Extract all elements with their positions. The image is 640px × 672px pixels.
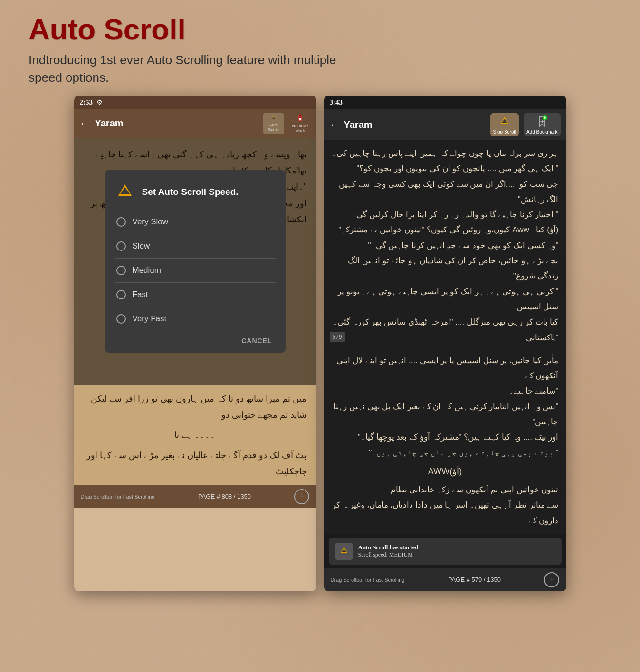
urdu-r-line-7: بچے بڑے ہو جائیں، خاص کر ان کی شادیاں ہو…	[332, 253, 559, 284]
gear-icon: ⚙	[96, 98, 103, 106]
remove-mark-label: Remove Mark	[291, 124, 310, 133]
right-phone-screen: 3:43 ← Yaram Stop Scroll	[324, 96, 566, 591]
toast-icon	[335, 543, 353, 560]
add-bookmark-icon	[535, 115, 549, 128]
urdu-bottom-line-1: میں تم میرا ساتھ دو تا کہ میں ہاروں بھی …	[84, 391, 307, 423]
urdu-m-line-3: "بس وہ انہیں انتابیار کرتی ہیں کہ ان کے …	[332, 399, 559, 430]
urdu-r-line-8: " کرنی ہی ہوتی ہے۔ ہر ایک کو پر ایسی چاہ…	[332, 284, 559, 315]
radio-label-very-slow: Very Slow	[133, 217, 169, 227]
auto-scroll-icon	[267, 115, 280, 122]
radio-slow[interactable]: Slow	[115, 236, 276, 256]
svg-point-4	[299, 116, 301, 117]
stop-scroll-button[interactable]: Stop Scroll	[490, 113, 519, 136]
nav-title-left: Yaram	[95, 118, 258, 129]
toast-title: Auto Scroll has started	[358, 544, 555, 551]
radio-circle-medium	[116, 266, 126, 275]
urdu-content-right-mid: ماٰیں کیا جانیں، پر سنل اسپیس یا پر ایسی…	[332, 353, 559, 461]
radio-very-slow[interactable]: Very Slow	[115, 212, 276, 232]
drag-scroll-label-right: Drag Scrollbar for Fast Scrolling	[331, 576, 405, 583]
time-right: 3:43	[330, 98, 343, 106]
back-button-right[interactable]: ←	[330, 119, 339, 130]
urdu-r-line-5: (آؤ) کیا۔ Aww کیوں،وہ روئیں گی کیوں؟ "تی…	[332, 222, 559, 238]
status-bar-left: 2:53 ⚙	[74, 96, 316, 109]
aww-text: AWW(آؤ)	[332, 466, 559, 477]
urdu-m-line-4: اور بیٹے .... وہ کیا کہتے ہیں؟ "مشترکہ آ…	[332, 430, 559, 445]
content-below-dialog: میں تم میرا ساتھ دو تا کہ میں ہاروں بھی …	[74, 385, 316, 485]
header-section: Auto Scroll Indtroducing 1st ever Auto S…	[0, 0, 640, 96]
bottom-bar-right: Drag Scrollbar for Fast Scrolling PAGE #…	[324, 568, 566, 591]
nav-bar-right: ← Yaram Stop Scroll Add Bookmark	[324, 109, 566, 140]
book-content-left: تھا۔ ویسے وہ کچھ زیادہ ہی کہہ گئی تھی۔ ا…	[74, 138, 316, 385]
auto-scroll-button[interactable]: Auto Scroll	[263, 113, 284, 134]
plus-button-right[interactable]: +	[544, 572, 559, 587]
svg-rect-6	[299, 119, 301, 120]
time-left: 2:53	[80, 98, 93, 106]
urdu-r-line-6: "وہ کسی ایک کو بھی خود سے جد انہیں کرنا …	[332, 238, 559, 253]
screens-container: 2:53 ⚙ ← Yaram Auto Scroll	[0, 96, 640, 605]
book-content-right: 579 ہر ری سر براہ ماں پا چوں چواے کہ ہمی…	[324, 140, 566, 534]
radio-label-very-fast: Very Fast	[133, 314, 167, 324]
toast-text-area: Auto Scroll has started Scroll speed: ME…	[358, 544, 555, 558]
nav-title-right: Yaram	[344, 119, 486, 130]
urdu-footer-line: بٹ آف لک دو قدم آگے چلتے عالیاں نے بغیر …	[84, 447, 307, 480]
radio-circle-very-slow	[116, 217, 126, 227]
urdu-b-line-1: تینوں خواتین اپنی نم آنکھوں سے زکہ خاندا…	[332, 482, 559, 498]
urdu-content-bottom: میں تم میرا ساتھ دو تا کہ میں ہاروں بھی …	[84, 391, 307, 480]
svg-rect-5	[299, 118, 301, 119]
radio-label-slow: Slow	[133, 241, 150, 251]
urdu-r-line-4: " اختیار کرنا چاہیے گا تو والدہ رہ رہ کر…	[332, 207, 559, 222]
radio-label-medium: Medium	[133, 266, 161, 275]
urdu-r-line-9: کیا بات کر رہی تھی منزگلل .... "امرحہ ٹھ…	[332, 315, 559, 346]
spacer	[332, 346, 559, 353]
dialog-title: Set Auto Scroll Speed.	[142, 187, 239, 197]
urdu-content-right-top: ہر ری سر براہ ماں پا چوں چواے کہ ہمیں اپ…	[332, 146, 559, 346]
page-info-left: PAGE # 808 / 1350	[198, 493, 251, 500]
urdu-m-line-5: " بیٹے بھی وہی چاہتے ہیں جو ماں جی چاہتی…	[332, 445, 559, 461]
cancel-button[interactable]: CANCEL	[238, 335, 276, 346]
radio-very-fast[interactable]: Very Fast	[115, 309, 276, 329]
add-bookmark-button[interactable]: Add Bookmark	[524, 113, 561, 136]
remove-mark-button[interactable]: Remove Mark	[290, 113, 311, 134]
stop-scroll-icon	[498, 115, 511, 128]
dialog-logo-icon	[115, 182, 135, 202]
page-info-right: PAGE # 579 / 1350	[448, 576, 501, 583]
radio-circle-slow	[116, 241, 126, 251]
toast-notification: Auto Scroll has started Scroll speed: ME…	[329, 538, 562, 565]
dialog-cancel-area: CANCEL	[115, 336, 276, 345]
urdu-r-line-2: " ایک ہی گھر میں .... پانچوں کو ان کی بی…	[332, 161, 559, 176]
status-bar-right: 3:43	[324, 96, 566, 109]
radio-medium[interactable]: Medium	[115, 260, 276, 280]
plus-button-left[interactable]: +	[294, 489, 309, 504]
bottom-bar-left: Drag Scrollbar for Fast Scrolling PAGE #…	[74, 485, 316, 508]
stop-scroll-label: Stop Scroll	[493, 129, 516, 134]
drag-scroll-label-left: Drag Scrollbar for Fast Scrolling	[81, 493, 155, 500]
radio-fast[interactable]: Fast	[115, 285, 276, 305]
radio-circle-fast	[116, 290, 126, 299]
urdu-b-line-2: سے متاثر نظر آ رہی تھیں۔ اسر ہا میں دادا…	[332, 498, 559, 528]
page-subtitle: Indtroducing 1st ever Auto Scrolling fea…	[29, 51, 352, 86]
urdu-m-line-1: ماٰیں کیا جانیں، پر سنل اسپیس یا پر ایسی…	[332, 353, 559, 384]
toast-subtitle: Scroll speed: MEDIUM	[358, 551, 555, 558]
urdu-m-line-2: "سامنے چاہیے۔	[332, 384, 559, 399]
urdu-content-right-bot: تینوں خواتین اپنی نم آنکھوں سے زکہ خاندا…	[332, 482, 559, 528]
dialog-header: Set Auto Scroll Speed.	[115, 182, 276, 202]
page-title: Auto Scroll	[29, 13, 611, 46]
radio-circle-very-fast	[116, 314, 126, 324]
radio-label-fast: Fast	[133, 290, 148, 299]
dialog-box: Set Auto Scroll Speed. Very Slow Slow	[105, 170, 286, 353]
add-bookmark-label: Add Bookmark	[526, 129, 558, 134]
back-button-left[interactable]: ←	[80, 118, 89, 129]
content-wrapper-right: 579 ہر ری سر براہ ماں پا چوں چواے کہ ہمی…	[332, 146, 559, 528]
remove-mark-icon	[294, 114, 307, 123]
left-phone-screen: 2:53 ⚙ ← Yaram Auto Scroll	[74, 96, 316, 591]
separator-text: ۔۔۔۔ ہے نا	[84, 427, 307, 443]
urdu-r-line-1: ہر ری سر براہ ماں پا چوں چواے کہ ہمیں اپ…	[332, 146, 559, 161]
auto-scroll-dialog: Set Auto Scroll Speed. Very Slow Slow	[74, 138, 316, 385]
nav-bar-left: ← Yaram Auto Scroll Remove Mark	[74, 109, 316, 138]
auto-scroll-label: Auto Scroll	[265, 123, 282, 132]
urdu-r-line-3: جی سب کو .....اگر ان میں سے کوئی ایک بھی…	[332, 177, 559, 208]
page-indicator: 579	[330, 332, 345, 342]
notification-icon	[338, 546, 350, 557]
